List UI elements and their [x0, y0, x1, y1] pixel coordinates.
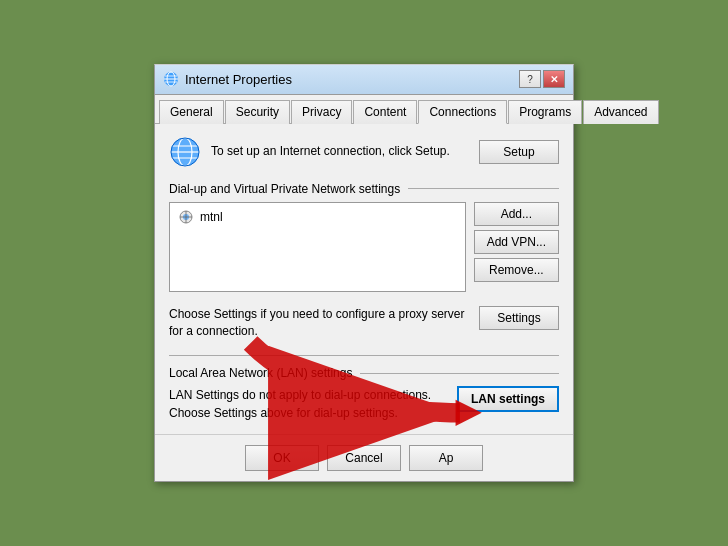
apply-button[interactable]: Ap: [409, 445, 483, 471]
help-button[interactable]: ?: [519, 70, 541, 88]
lan-section-label: Local Area Network (LAN) settings: [169, 366, 559, 380]
tab-general[interactable]: General: [159, 100, 224, 124]
setup-text: To set up an Internet connection, click …: [211, 143, 469, 160]
vpn-item: mtnl: [174, 207, 461, 227]
add-button[interactable]: Add...: [474, 202, 559, 226]
internet-properties-dialog: Internet Properties ? ✕ General Security…: [154, 64, 574, 483]
lan-text: LAN Settings do not apply to dial-up con…: [169, 386, 447, 422]
lan-row: LAN Settings do not apply to dial-up con…: [169, 386, 559, 422]
globe-icon: [169, 136, 201, 168]
cancel-button[interactable]: Cancel: [327, 445, 401, 471]
tab-advanced[interactable]: Advanced: [583, 100, 658, 124]
vpn-section: mtnl Add... Add VPN... Remove...: [169, 202, 559, 292]
title-bar: Internet Properties ? ✕: [155, 65, 573, 95]
lan-settings-button[interactable]: LAN settings: [457, 386, 559, 412]
proxy-text: Choose Settings if you need to configure…: [169, 306, 469, 340]
vpn-item-label: mtnl: [200, 210, 223, 224]
title-bar-left: Internet Properties: [163, 71, 292, 87]
ie-icon: [163, 71, 179, 87]
tab-programs[interactable]: Programs: [508, 100, 582, 124]
setup-section: To set up an Internet connection, click …: [169, 136, 559, 168]
remove-button[interactable]: Remove...: [474, 258, 559, 282]
dialog-footer: OK Cancel Ap: [155, 434, 573, 481]
add-vpn-button[interactable]: Add VPN...: [474, 230, 559, 254]
vpn-list[interactable]: mtnl: [169, 202, 466, 292]
network-icon: [178, 209, 194, 225]
title-buttons: ? ✕: [519, 70, 565, 88]
tab-security[interactable]: Security: [225, 100, 290, 124]
close-button[interactable]: ✕: [543, 70, 565, 88]
dialog-title: Internet Properties: [185, 72, 292, 87]
tab-privacy[interactable]: Privacy: [291, 100, 352, 124]
proxy-section: Choose Settings if you need to configure…: [169, 306, 559, 340]
tab-content[interactable]: Content: [353, 100, 417, 124]
tab-connections[interactable]: Connections: [418, 100, 507, 124]
dialog-content: To set up an Internet connection, click …: [155, 124, 573, 435]
setup-button[interactable]: Setup: [479, 140, 559, 164]
lan-section: Local Area Network (LAN) settings LAN Se…: [169, 355, 559, 422]
tabs-container: General Security Privacy Content Connect…: [155, 95, 573, 124]
vpn-buttons: Add... Add VPN... Remove...: [474, 202, 559, 292]
settings-button[interactable]: Settings: [479, 306, 559, 330]
ok-button[interactable]: OK: [245, 445, 319, 471]
vpn-section-label: Dial-up and Virtual Private Network sett…: [169, 182, 559, 196]
